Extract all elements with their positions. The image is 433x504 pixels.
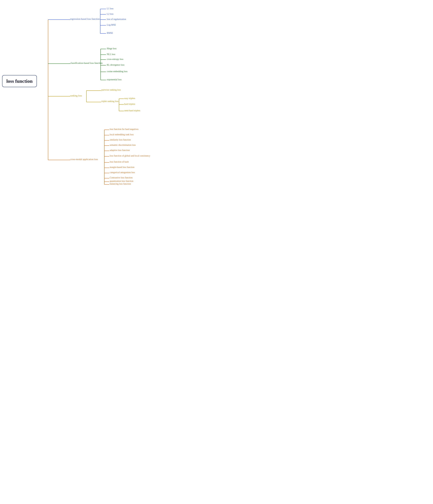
leaf-triplet-0: easy triplets: [124, 97, 135, 100]
leaf-class-1: NLL loss: [107, 53, 115, 56]
leaf-cm-0: loss function for hard negatives: [110, 128, 139, 131]
leaf-cm-6: loss function of hash: [110, 161, 129, 163]
subbranch-pairwise: pairwise ranking loss: [101, 89, 121, 91]
leaf-regression-0: L1 loss: [107, 7, 113, 10]
leaf-cm-8: categorical antagonism loss: [110, 171, 135, 174]
leaf-triplet-2: semi-hard triplets: [124, 109, 140, 112]
leaf-class-0: Hinge loss: [107, 47, 117, 50]
leaf-regression-2: loss of regularization: [107, 18, 126, 21]
leaf-class-5: exponential loss: [107, 78, 122, 81]
leaf-regression-4: RMSE: [107, 32, 113, 35]
branch-crossmodal: cross-modal application loss: [70, 158, 98, 161]
root-label: loss function: [6, 78, 33, 84]
root-node: loss function: [2, 75, 37, 87]
leaf-cm-11: balancing loss function: [110, 183, 131, 185]
leaf-cm-10: quantization loss function: [110, 180, 133, 182]
branch-ranking: ranking loss: [70, 94, 82, 97]
leaf-cm-5: loss function of global and local consis…: [110, 154, 150, 157]
leaf-regression-1: L2 loss: [107, 13, 113, 15]
leaf-class-3: KL divergence loss: [107, 64, 124, 66]
branch-classification: classification-based loss function: [70, 62, 103, 64]
leaf-cm-9: Contrastive loss function: [110, 176, 132, 179]
branch-regression: regression-based loss function: [70, 18, 100, 20]
leaf-cm-7: margin-based loss function: [110, 166, 134, 169]
leaf-class-2: cross-entropy loss: [107, 58, 123, 61]
leaf-cm-2: similarity loss function: [110, 139, 131, 141]
leaf-cm-3: semantic discrimination loss: [110, 144, 136, 146]
leaf-regression-3: Log-MSE: [107, 24, 116, 26]
leaf-cm-1: local embedding rank loss: [110, 133, 134, 136]
leaf-cm-4: adaptive loss function: [110, 149, 130, 152]
leaf-triplet-1: hard triplets: [124, 103, 135, 105]
leaf-class-4: cosine embedding loss: [107, 70, 128, 73]
subbranch-triplet: triplet ranking loss: [101, 100, 119, 103]
